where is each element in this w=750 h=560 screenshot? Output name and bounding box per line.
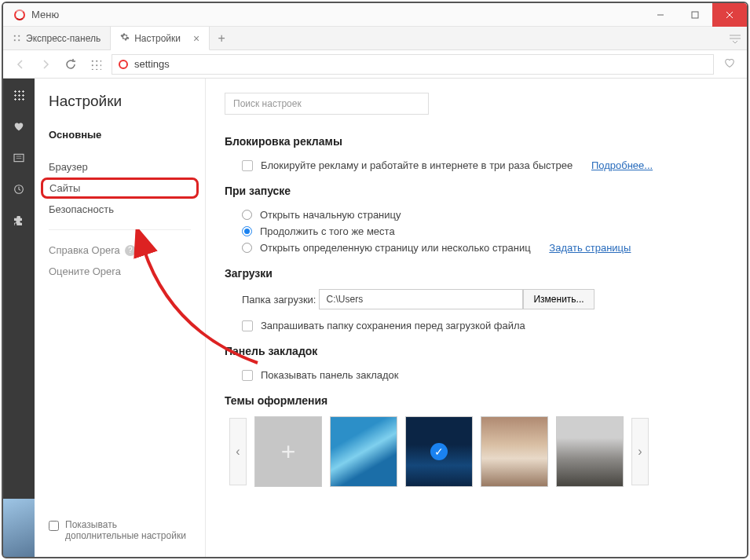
themes-carousel: ‹ + ✓ › (225, 416, 728, 487)
section-themes-heading: Темы оформления (225, 394, 728, 407)
download-folder-value: C:\Users (326, 294, 363, 305)
help-icon: ? (125, 245, 136, 256)
advanced-settings-checkbox[interactable] (49, 521, 59, 531)
startup-radio-continue[interactable] (242, 226, 252, 236)
tab-list-icon (730, 34, 741, 43)
toolbar: settings (3, 50, 747, 79)
news-icon (13, 152, 25, 164)
startup-radio-homepage[interactable] (242, 210, 252, 220)
themes-next-button[interactable]: › (631, 418, 649, 485)
settings-content: Поиск настроек Блокировка рекламы Блокир… (206, 79, 747, 557)
tab-settings[interactable]: Настройки × (111, 27, 210, 50)
svg-rect-1 (692, 12, 698, 18)
section-startup-heading: При запуске (225, 185, 728, 197)
opera-logo-icon (14, 9, 25, 20)
sidebar-history[interactable] (12, 182, 26, 196)
download-folder-label: Папка загрузки: (225, 294, 316, 306)
close-icon (726, 11, 734, 19)
nav-help-opera[interactable]: Справка Opera ? (49, 240, 191, 261)
theme-item[interactable] (481, 416, 548, 487)
nav-item-browser[interactable]: Браузер (49, 156, 191, 178)
advanced-settings-label: Показывать дополнительные настройки (65, 519, 191, 541)
section-downloads-heading: Загрузки (225, 267, 728, 280)
chevron-left-icon (15, 59, 26, 70)
minimize-button[interactable] (643, 3, 678, 27)
close-button[interactable] (712, 3, 747, 27)
menu-label: Меню (31, 9, 59, 20)
section-bookmarks-heading: Панель закладок (225, 345, 728, 357)
sidebar-bookmarks[interactable] (12, 119, 26, 134)
bookmarks-show-label: Показывать панель закладок (261, 369, 399, 381)
reload-button[interactable] (61, 55, 80, 74)
tab-list-button[interactable] (730, 27, 741, 50)
bookmark-heart-button[interactable] (720, 57, 739, 72)
download-ask-checkbox[interactable] (242, 320, 253, 331)
section-ads-heading: Блокировка рекламы (225, 135, 728, 148)
settings-search-input[interactable]: Поиск настроек (225, 93, 429, 115)
tab-label: Настройки (134, 33, 181, 44)
startup-opt-1: Продолжить с того же места (260, 225, 395, 237)
startup-radio-specific[interactable] (242, 243, 252, 253)
chevron-right-icon (40, 59, 51, 70)
nav-section-current[interactable]: Основные (49, 129, 191, 141)
tabstrip: Экспресс-панель Настройки × + (3, 27, 747, 50)
speed-dial-icon (13, 34, 21, 42)
settings-title: Настройки (49, 93, 191, 110)
theme-add-button[interactable]: + (254, 416, 322, 487)
clock-icon (13, 183, 25, 196)
tab-speed-dial[interactable]: Экспресс-панель (3, 27, 111, 49)
settings-nav: Настройки Основные Браузер Сайты Безопас… (35, 79, 206, 557)
nav-help-label: Справка Opera (49, 244, 120, 256)
heart-icon (13, 120, 25, 133)
download-change-button[interactable]: Изменить... (523, 289, 594, 309)
speed-dial-button[interactable] (86, 55, 105, 74)
heart-icon (723, 57, 736, 69)
tab-close-button[interactable]: × (193, 32, 199, 45)
nav-item-security[interactable]: Безопасность (49, 199, 191, 220)
tab-label: Экспресс-панель (26, 33, 101, 44)
themes-prev-button[interactable]: ‹ (229, 418, 247, 485)
sidebar-speed-dial[interactable] (12, 88, 26, 102)
speed-dial-icon (13, 90, 24, 101)
page-identity-icon (119, 60, 128, 69)
titlebar: Меню (3, 3, 747, 27)
minimize-icon (657, 11, 664, 19)
nav-rate-opera[interactable]: Оцените Opera (49, 261, 191, 282)
theme-item[interactable] (556, 416, 624, 487)
sidebar-news[interactable] (12, 151, 26, 165)
sidebar-extensions[interactable] (12, 214, 26, 228)
maximize-button[interactable] (678, 3, 712, 27)
theme-item-selected[interactable]: ✓ (405, 416, 473, 487)
address-bar[interactable]: settings (112, 54, 714, 75)
ads-block-checkbox[interactable] (242, 160, 253, 171)
address-text: settings (134, 58, 170, 70)
reload-icon (65, 59, 76, 70)
menu-button[interactable]: Меню (3, 3, 70, 26)
download-ask-label: Запрашивать папку сохранения перед загру… (261, 320, 525, 331)
startup-opt-0: Открыть начальную страницу (260, 209, 401, 221)
startup-set-pages-link[interactable]: Задать страницы (549, 242, 631, 254)
bookmarks-show-checkbox[interactable] (242, 370, 253, 381)
speed-dial-icon (90, 59, 101, 70)
maximize-icon (691, 11, 699, 19)
search-placeholder: Поиск настроек (233, 98, 302, 109)
svg-rect-6 (14, 154, 24, 161)
sidebar-wallpaper-preview (3, 499, 35, 557)
new-tab-button[interactable]: + (210, 27, 233, 49)
download-folder-field[interactable]: C:\Users (319, 289, 523, 309)
nav-item-sites[interactable]: Сайты (41, 178, 199, 199)
theme-item[interactable] (330, 416, 397, 487)
advanced-settings-toggle[interactable]: Показывать дополнительные настройки (49, 519, 191, 549)
check-icon: ✓ (430, 443, 448, 460)
startup-opt-2: Открыть определенную страницу или нескол… (260, 242, 531, 254)
nav-back-button[interactable] (11, 55, 30, 74)
ads-more-link[interactable]: Подробнее... (591, 159, 653, 171)
gear-icon (120, 32, 130, 44)
puzzle-icon (13, 214, 25, 227)
ads-block-label: Блокируйте рекламу и работайте в интерне… (261, 159, 573, 171)
activity-sidebar (3, 79, 35, 557)
nav-forward-button[interactable] (36, 55, 55, 74)
